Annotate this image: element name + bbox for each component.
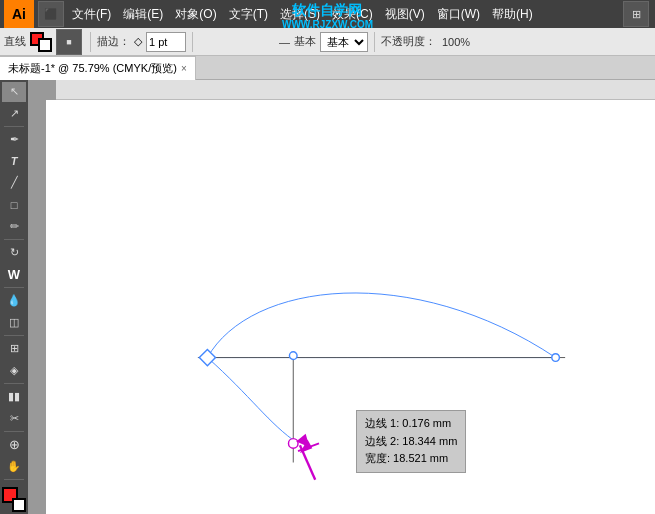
tool-eyedropper[interactable]: 💧 (2, 291, 26, 311)
tooltip-line3: 宽度: 18.521 mm (365, 450, 457, 468)
tool-type[interactable]: T (2, 152, 26, 172)
opacity-label: 不透明度： (381, 34, 436, 49)
tool-sep1 (4, 126, 24, 127)
mode-label: 基本 (294, 34, 316, 49)
tool-zoom[interactable]: ⊕ (2, 435, 26, 455)
panel-icon[interactable]: ⊞ (623, 1, 649, 27)
document-canvas[interactable]: 边线 1: 0.176 mm 边线 2: 18.344 mm 宽度: 18.52… (46, 100, 655, 514)
tab-close-button[interactable]: × (181, 63, 187, 74)
tool-mesh[interactable]: ⊞ (2, 339, 26, 359)
menu-type[interactable]: 文字(T) (223, 4, 274, 25)
tab-document[interactable]: 未标题-1* @ 75.79% (CMYK/预览) × (0, 56, 196, 80)
menu-object[interactable]: 对象(O) (169, 4, 222, 25)
tool-line[interactable]: ╱ (2, 173, 26, 193)
stroke-fg-icon[interactable]: ■ (56, 29, 82, 55)
main-area: ↖ ↗ ✒ T ╱ □ ✏ ↻ W 💧 ◫ ⊞ ◈ ▮▮ ✂ ⊕ ✋ (0, 80, 655, 514)
tool-select[interactable]: ↖ (2, 82, 26, 102)
tool-sep2 (4, 239, 24, 240)
ruler-horizontal (56, 80, 655, 100)
svg-line-8 (300, 445, 315, 479)
menu-bar: Ai ⬛ 文件(F) 编辑(E) 对象(O) 文字(T) 选择(S) 效果(C)… (0, 0, 655, 28)
stroke-color-box[interactable] (30, 32, 52, 52)
mode-dash: — (279, 36, 290, 48)
tab-bar: 未标题-1* @ 75.79% (CMYK/预览) × (0, 56, 655, 80)
tool-sep5 (4, 383, 24, 384)
canvas-area[interactable]: 边线 1: 0.176 mm 边线 2: 18.344 mm 宽度: 18.52… (28, 80, 655, 514)
svg-point-5 (289, 352, 297, 360)
sep1 (90, 32, 91, 52)
color-tools (2, 487, 26, 512)
tool-hand[interactable]: ✋ (2, 457, 26, 477)
menu-view[interactable]: 视图(V) (379, 4, 431, 25)
tool-gradient[interactable]: ◫ (2, 312, 26, 332)
measurement-tooltip: 边线 1: 0.176 mm 边线 2: 18.344 mm 宽度: 18.52… (356, 410, 466, 473)
sep2 (192, 32, 193, 52)
menu-window[interactable]: 窗口(W) (431, 4, 486, 25)
stroke-bg-color (38, 38, 52, 52)
tool-sep6 (4, 431, 24, 432)
tool-pencil[interactable]: ✏ (2, 216, 26, 236)
tab-title: 未标题-1* @ 75.79% (CMYK/预览) (8, 61, 177, 76)
tool-rectangle[interactable]: □ (2, 195, 26, 215)
tool-chart[interactable]: ▮▮ (2, 387, 26, 407)
menu-help[interactable]: 帮助(H) (486, 4, 539, 25)
left-toolbar: ↖ ↗ ✒ T ╱ □ ✏ ↻ W 💧 ◫ ⊞ ◈ ▮▮ ✂ ⊕ ✋ (0, 80, 28, 514)
illustration-svg (46, 100, 655, 514)
menu-select[interactable]: 选择(S) (274, 4, 326, 25)
tool-sep3 (4, 287, 24, 288)
menu-file[interactable]: 文件(F) (66, 4, 117, 25)
tool-name-label: 直线 (4, 34, 26, 49)
svg-point-3 (552, 354, 560, 362)
tool-slice[interactable]: ✂ (2, 409, 26, 429)
tooltip-line2: 边线 2: 18.344 mm (365, 433, 457, 451)
menu-effect[interactable]: 效果(C) (326, 4, 379, 25)
app-logo: Ai (4, 0, 34, 28)
tool-blend[interactable]: ◈ (2, 361, 26, 381)
sep3 (374, 32, 375, 52)
tool-width[interactable]: W (2, 264, 26, 284)
tool-direct-select[interactable]: ↗ (2, 104, 26, 124)
chevron-icon: ◇ (134, 35, 142, 48)
tooltip-line1: 边线 1: 0.176 mm (365, 415, 457, 433)
stroke-label: 描边： (97, 34, 130, 49)
mode-dropdown[interactable]: 基本 (320, 32, 368, 52)
bg-color-box[interactable] (12, 498, 26, 512)
opacity-value: 100% (442, 36, 470, 48)
tool-rotate[interactable]: ↻ (2, 243, 26, 263)
tool-sep4 (4, 335, 24, 336)
svg-point-4 (288, 439, 298, 449)
tool-sep7 (4, 479, 24, 480)
stroke-value-input[interactable] (146, 32, 186, 52)
arrange-icon[interactable]: ⬛ (38, 1, 64, 27)
toolbar: 直线 ■ 描边： ◇ — 基本 基本 不透明度： 100% (0, 28, 655, 56)
tool-pen[interactable]: ✒ (2, 130, 26, 150)
menu-edit[interactable]: 编辑(E) (117, 4, 169, 25)
